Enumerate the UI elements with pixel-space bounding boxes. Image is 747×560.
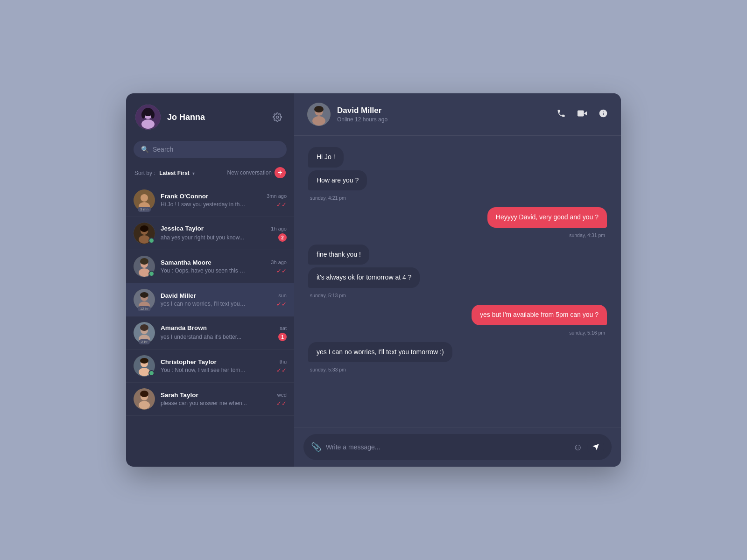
jessica-name: Jessica Taylor [161,225,204,232]
sarah-time: wed [277,392,287,398]
svg-rect-39 [578,110,584,116]
phone-icon[interactable] [557,109,566,120]
message-tomorrow: it's always ok for tomorrow at 4 ? [308,267,420,288]
svg-point-36 [312,116,325,126]
samantha-status-icon: ✓✓ [276,267,287,274]
message-time-3: sunday, 5:13 pm [308,293,348,298]
message-group-5: yes I can no worries, I'll text you tomo… [308,342,607,373]
david-preview: yes I can no worries, I'll text you t... [161,301,247,307]
christopher-name: Christopher Taylor [161,358,217,365]
svg-point-25 [140,324,148,331]
svg-point-32 [139,401,150,409]
message-heyyyy: Heyyyy David, very good and you ? [487,207,607,228]
message-fine: fine thank you ! [308,245,369,265]
chat-header-info: David Miller Online 12 hours ago [337,106,557,123]
message-group-2: Heyyyy David, very good and you ? sunday… [308,207,607,238]
svg-point-5 [151,111,155,119]
david-time-badge: 12 hr [138,306,151,311]
svg-point-37 [314,106,324,112]
user-avatar [135,105,161,130]
sarah-name: Sarah Taylor [161,392,198,399]
samantha-time: 3h ago [271,259,287,265]
sarah-avatar-wrap [134,388,155,410]
jessica-online-badge [148,238,155,244]
jessica-info: Jessica Taylor 1h ago aha yes your right… [161,225,287,242]
david-avatar-wrap: 12 hr [134,289,155,310]
info-icon[interactable] [599,109,608,120]
contact-item-samantha[interactable]: Samantha Moore 3h ago You : Oops, have y… [126,250,294,283]
jessica-avatar-wrap [134,223,155,244]
svg-point-29 [140,358,148,364]
amanda-info: Amanda Brown sat yes I understand aha it… [161,324,287,341]
message-how-are-you: How are you ? [308,170,367,191]
contact-item-david[interactable]: 12 hr David Miller sun yes I can no worr… [126,283,294,316]
emoji-icon[interactable]: ☺ [573,442,583,453]
message-input[interactable] [326,443,569,451]
message-group-4: yes but I'm available from 5pm can you ?… [308,305,607,336]
send-button[interactable] [587,439,604,455]
frank-name: Frank O'Connor [161,193,208,200]
david-name: David Miller [161,292,196,299]
contact-item-sarah[interactable]: Sarah Taylor wed please can you answer m… [126,383,294,416]
contacts-list: 3 mn Frank O'Connor 3mn ago Hi Jo ! I sa… [126,184,294,467]
svg-point-21 [140,292,148,298]
message-time-5: sunday, 5:33 pm [308,367,348,372]
message-no-worries: yes I can no worries, I'll text you tomo… [308,342,452,363]
chat-contact-avatar [307,103,331,126]
settings-icon[interactable] [270,110,285,125]
jessica-preview: aha yes your right but you know... [161,234,244,241]
svg-point-33 [140,391,148,397]
amanda-name: Amanda Brown [161,324,207,331]
search-icon: 🔍 [141,146,149,153]
contact-item-amanda[interactable]: 2 hr Amanda Brown sat yes I understand a… [126,316,294,350]
frank-preview: Hi Jo ! I saw you yesterday in the... [161,201,247,208]
samantha-online-badge [148,271,155,277]
svg-point-2 [141,119,155,129]
sort-label: Sort by : Latest First ▾ [134,168,195,177]
message-group-1: Hi Jo ! How are you ? sunday, 4:21 pm [308,147,607,201]
svg-point-4 [141,111,145,119]
christopher-online-badge [148,370,155,376]
chat-input-area: 📎 ☺ [294,427,621,467]
frank-time: 3mn ago [267,193,287,199]
contact-item-frank[interactable]: 3 mn Frank O'Connor 3mn ago Hi Jo ! I sa… [126,184,294,217]
sarah-info: Sarah Taylor wed please can you answer m… [161,392,287,407]
christopher-avatar-wrap [134,355,155,377]
message-input-box[interactable]: 📎 ☺ [303,434,612,460]
christopher-preview: You : Not now, I will see her tomo... [161,367,247,373]
samantha-avatar-wrap [134,256,155,277]
amanda-avatar-wrap: 2 hr [134,322,155,343]
frank-status-icon: ✓✓ [276,201,287,208]
chat-area: David Miller Online 12 hours ago [294,93,621,467]
messages-area: Hi Jo ! How are you ? sunday, 4:21 pm He… [294,136,621,427]
chat-contact-status: Online 12 hours ago [337,116,557,123]
svg-marker-38 [584,111,587,115]
new-conversation-plus-icon[interactable]: + [275,167,286,178]
video-icon[interactable] [577,108,587,121]
amanda-time-badge: 2 hr [139,339,150,344]
new-conversation-button[interactable]: New conversation + [227,167,286,178]
message-group-3: fine thank you ! it's always ok for tomo… [308,245,607,298]
message-time-2: sunday, 4:31 pm [567,232,607,238]
attach-icon[interactable]: 📎 [311,442,321,452]
chat-header: David Miller Online 12 hours ago [294,93,621,136]
david-info: David Miller sun yes I can no worries, I… [161,292,287,308]
frank-info: Frank O'Connor 3mn ago Hi Jo ! I saw you… [161,193,287,208]
david-status-icon: ✓✓ [276,301,287,308]
search-bar[interactable]: 🔍 [134,141,287,158]
chat-contact-name: David Miller [337,106,557,115]
samantha-preview: You : Oops, have you seen this vi... [161,267,247,274]
search-input[interactable] [153,146,279,153]
sidebar: Jo Hanna 🔍 Sort by : Latest First ▾ New … [126,93,294,467]
amanda-unread-badge: 1 [278,333,287,341]
message-time-1: sunday, 4:21 pm [308,195,348,201]
svg-point-6 [276,116,279,119]
sarah-avatar [134,388,155,410]
contact-item-jessica[interactable]: Jessica Taylor 1h ago aha yes your right… [126,217,294,250]
amanda-preview: yes I understand aha it's better... [161,334,241,340]
contact-item-christopher[interactable]: Christopher Taylor thu You : Not now, I … [126,350,294,383]
svg-point-8 [141,194,148,202]
samantha-name: Samantha Moore [161,259,211,266]
david-time: sun [278,293,287,298]
sort-bar: Sort by : Latest First ▾ New conversatio… [126,165,294,184]
